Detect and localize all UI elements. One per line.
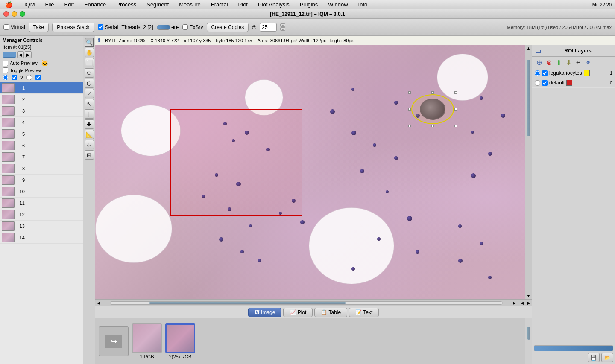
roi-handle-left[interactable] xyxy=(408,108,411,111)
roi-layer-1-radio[interactable] xyxy=(535,70,540,76)
roi-save-btn[interactable]: 💾 xyxy=(588,353,600,362)
roi-add-btn[interactable]: ⊕ xyxy=(535,58,543,67)
process-stack-button[interactable]: Process Stack xyxy=(52,23,94,32)
menu-plot[interactable]: Plot xyxy=(237,1,249,8)
strip-scrollbar[interactable] xyxy=(525,318,532,364)
serial-checkbox-label[interactable]: Serial xyxy=(98,24,118,30)
hash-stepper[interactable]: ▲ ▼ xyxy=(280,23,285,31)
thumbnail-list-item[interactable]: 7 xyxy=(0,151,83,163)
scroll-right-arrow[interactable]: ▶ xyxy=(511,300,517,306)
exsrv-checkbox-label[interactable]: ExSrv xyxy=(182,24,203,30)
thumbnail-list-item[interactable]: 3 xyxy=(0,105,83,117)
roi-handle-bottom[interactable] xyxy=(431,125,434,127)
roi-handle-top[interactable] xyxy=(431,91,434,94)
menu-iqm[interactable]: IQM xyxy=(23,1,37,8)
roi-layer-2-check[interactable] xyxy=(542,80,548,86)
virtual-checkbox-label[interactable]: Virtual xyxy=(3,24,25,30)
menu-info[interactable]: Info xyxy=(357,1,369,8)
nav-right[interactable]: ▶ xyxy=(25,51,32,58)
create-copies-button[interactable]: Create Copies xyxy=(207,23,249,32)
scroll-up-arrow[interactable]: ▲ xyxy=(526,45,532,51)
thumbnail-list-item[interactable]: 1 xyxy=(0,82,83,94)
tool-angle[interactable]: ⟋ xyxy=(85,89,94,98)
roi-up-btn[interactable]: ⬆ xyxy=(554,58,563,67)
roi-eye-btn[interactable]: 👁 xyxy=(584,58,592,67)
image-viewport[interactable]: ▲ ▼ xyxy=(95,45,532,299)
thumbnail-list[interactable]: 1234567891011121314 xyxy=(0,82,83,364)
thumbnail-list-item[interactable]: 10 xyxy=(0,186,83,198)
scroll-left-arrow[interactable]: ◀ xyxy=(95,300,101,306)
menu-measure[interactable]: Measure xyxy=(177,1,202,8)
tab-image[interactable]: 🖼 Image xyxy=(248,308,282,317)
menu-enhance[interactable]: Enhance xyxy=(82,1,108,8)
thumbnail-list-item[interactable]: 8 xyxy=(0,163,83,175)
tool-stamp[interactable]: ⊞ xyxy=(85,150,94,160)
maximize-button[interactable] xyxy=(20,11,25,17)
tool-polygon[interactable]: ⬡ xyxy=(85,79,94,88)
menu-process[interactable]: Process xyxy=(114,1,138,8)
scroll-prev[interactable]: ◀ xyxy=(519,300,525,306)
menu-plugins[interactable]: Plugins xyxy=(298,1,320,8)
thumbnail-list-item[interactable]: 4 xyxy=(0,117,83,128)
tool-wand[interactable]: ⊹ xyxy=(85,140,94,149)
menu-edit[interactable]: Edit xyxy=(63,1,76,8)
threads-incr[interactable]: ▶ xyxy=(176,25,179,29)
roi-down-btn[interactable]: ⬇ xyxy=(564,58,573,67)
take-button[interactable]: Take xyxy=(29,23,49,32)
horizontal-scrollbar[interactable]: ◀ ▶ ◀ ▶ xyxy=(95,299,532,306)
thumbnail-list-item[interactable]: 12 xyxy=(0,209,83,221)
tool-cross[interactable]: ✚ xyxy=(85,119,94,129)
thumbnail-list-item[interactable]: 5 xyxy=(0,128,83,140)
strip-scrollbar-thumb[interactable] xyxy=(527,327,530,340)
roi-layer-2-color[interactable] xyxy=(566,80,572,86)
tab-table[interactable]: 📋 Table xyxy=(314,308,347,317)
hash-down[interactable]: ▼ xyxy=(280,27,285,31)
selection-rect[interactable] xyxy=(170,109,302,216)
roi-layer-1-check[interactable] xyxy=(542,70,548,76)
menu-file[interactable]: File xyxy=(44,1,56,8)
vertical-scrollbar[interactable]: ▲ ▼ xyxy=(525,45,532,299)
hash-up[interactable]: ▲ xyxy=(280,23,285,27)
close-button[interactable] xyxy=(3,11,9,17)
virtual-checkbox[interactable] xyxy=(3,24,9,30)
tool-rect[interactable]: ⬜ xyxy=(85,58,94,67)
hash-input[interactable] xyxy=(260,23,277,32)
check-4[interactable] xyxy=(35,75,41,80)
strip-thumb-1[interactable]: 1 RGB xyxy=(132,323,162,359)
strip-thumb-2[interactable]: 2(25) RGB xyxy=(165,323,195,359)
thumbnail-list-item[interactable]: 6 xyxy=(0,140,83,151)
roi-handle-br[interactable] xyxy=(454,125,457,127)
threads-slider[interactable] xyxy=(157,25,170,30)
tool-hand[interactable]: ✋ xyxy=(85,48,94,57)
roi-handle-bl[interactable] xyxy=(408,125,411,127)
roi-handle-right[interactable] xyxy=(454,108,457,111)
menu-plot-analysis[interactable]: Plot Analysis xyxy=(256,1,291,8)
auto-preview-icon[interactable]: 🐱 xyxy=(41,60,48,67)
check-2[interactable] xyxy=(12,75,17,80)
threads-decr[interactable]: ◀ xyxy=(171,25,175,29)
tool-measure[interactable]: 📐 xyxy=(85,130,94,139)
roi-layer-2-radio[interactable] xyxy=(535,80,540,86)
strip-thumb-blank[interactable]: ↪ xyxy=(99,326,129,356)
tab-text[interactable]: 📝 Text xyxy=(349,308,379,317)
auto-preview-checkbox[interactable] xyxy=(3,61,8,66)
roi-load-btn[interactable]: 📂 xyxy=(601,353,613,362)
serial-checkbox[interactable] xyxy=(98,24,103,30)
roi-layer-1-color[interactable] xyxy=(584,70,590,76)
thumbnail-list-item[interactable]: 11 xyxy=(0,198,83,209)
menu-fractal[interactable]: Fractal xyxy=(209,1,230,8)
scroll-down-arrow[interactable]: ▼ xyxy=(526,293,532,299)
scrollbar-track-h[interactable] xyxy=(110,301,503,305)
minimize-button[interactable] xyxy=(12,11,17,17)
thumbnail-list-item[interactable]: 13 xyxy=(0,221,83,232)
roi-handle-tr[interactable] xyxy=(454,91,457,94)
apple-menu[interactable]: 🍎 xyxy=(3,1,14,8)
tool-ellipse[interactable]: ⬭ xyxy=(85,68,94,78)
thumbnail-list-item[interactable]: 2 xyxy=(0,94,83,105)
menu-window[interactable]: Window xyxy=(326,1,349,8)
thumbnail-list-item[interactable]: 9 xyxy=(0,175,83,186)
nav-blue-btn[interactable] xyxy=(3,52,16,58)
radio-3[interactable] xyxy=(26,75,32,80)
toggle-preview-checkbox[interactable] xyxy=(3,67,8,73)
exsrv-checkbox[interactable] xyxy=(182,24,188,30)
